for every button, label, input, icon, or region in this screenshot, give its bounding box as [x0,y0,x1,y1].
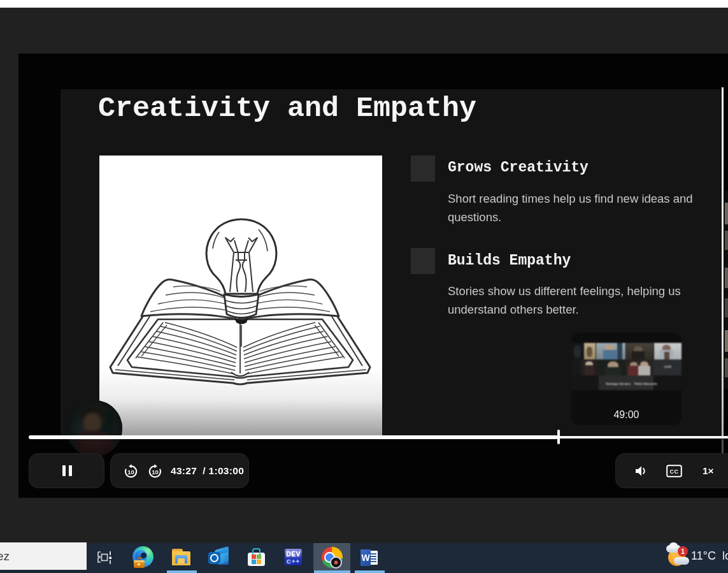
svg-text:CC: CC [670,468,679,475]
svg-text:10: 10 [127,468,134,475]
svg-text:10: 10 [152,468,159,475]
